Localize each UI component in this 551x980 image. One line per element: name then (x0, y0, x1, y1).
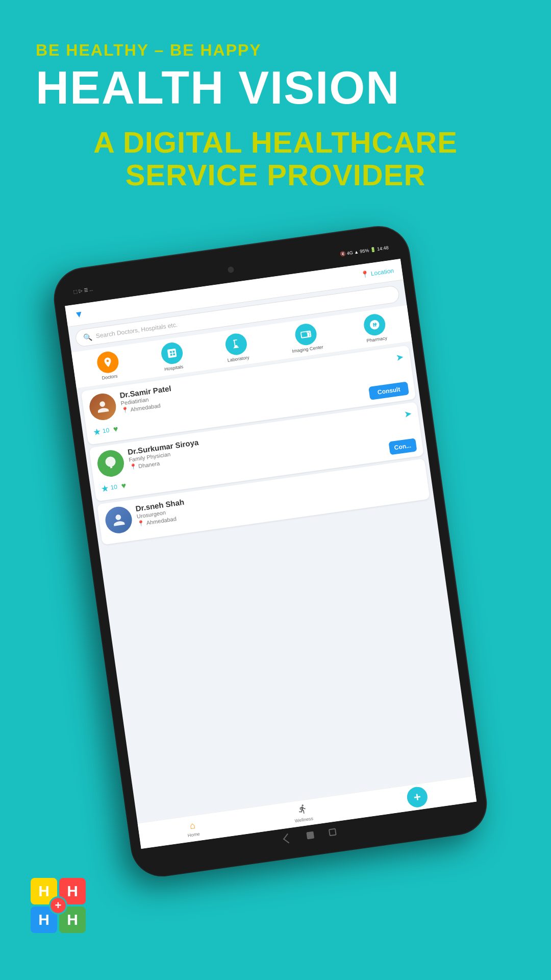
award-count-1: 10 (102, 427, 110, 435)
phone-outer: ⬚ ▷ ☰ ... 🔇 4G ▲ 95% 🔋 14:48 ▼ 📍 Locatio… (51, 223, 490, 879)
award-badge-1: 10 (92, 426, 110, 436)
doctor-stats-2: 10 ♥ (101, 481, 127, 494)
avatar-samir (88, 392, 118, 422)
imaging-icon (293, 323, 317, 347)
nav-add[interactable]: + (406, 786, 429, 808)
consult-btn-2[interactable]: Con... (388, 438, 417, 455)
filter-icon[interactable]: ▼ (73, 309, 84, 321)
category-doctors[interactable]: Doctors (95, 350, 120, 381)
subtitle: A DIGITAL HEALTHCARE SERVICE PROVIDER (36, 126, 515, 191)
home-label: Home (187, 831, 200, 838)
nav-arrow-2[interactable]: ➤ (404, 408, 413, 420)
home-button[interactable] (306, 831, 314, 840)
hospitals-icon (160, 341, 184, 365)
location-icon-2: 📍 (129, 463, 137, 471)
avatar-surkumar (96, 449, 126, 479)
imaging-label: Imaging Center (292, 345, 323, 354)
award-count-2: 10 (110, 483, 118, 492)
app-screen: ▼ 📍 Location 🔍 Search Doctors, Hospitals… (65, 259, 477, 849)
category-imaging[interactable]: Imaging Center (289, 322, 324, 354)
logo: H H H H + (31, 878, 97, 939)
location-icon-3: 📍 (137, 520, 145, 527)
lab-icon (224, 332, 248, 356)
wellness-icon (297, 803, 309, 817)
category-laboratory[interactable]: Laboratory (224, 332, 249, 363)
phone-mockup: ⬚ ▷ ☰ ... 🔇 4G ▲ 95% 🔋 14:48 ▼ 📍 Locatio… (51, 223, 490, 879)
phone-camera (228, 266, 235, 274)
pharmacy-label: Pharmacy (366, 335, 388, 344)
logo-container: H H H H + (31, 878, 97, 939)
doctors-icon (95, 350, 119, 374)
award-badge-2: 10 (101, 483, 118, 493)
category-hospitals[interactable]: Hospitals (160, 341, 185, 372)
consult-btn-1[interactable]: Consult (368, 381, 409, 400)
status-right: 🔇 4G ▲ 95% 🔋 14:48 (340, 245, 389, 257)
add-button[interactable]: + (406, 786, 429, 808)
back-button[interactable] (283, 834, 293, 844)
heart-icon-2[interactable]: ♥ (121, 481, 127, 491)
pharmacy-icon (363, 312, 387, 336)
search-icon: 🔍 (83, 333, 92, 342)
hospitals-label: Hospitals (164, 364, 184, 372)
logo-plus: + (49, 896, 67, 915)
home-icon: ⌂ (189, 820, 196, 831)
location-label: Location (370, 267, 394, 277)
status-left-icons: ⬚ ▷ ☰ ... (73, 286, 93, 294)
wellness-label: Wellness (294, 816, 313, 823)
search-placeholder: Search Doctors, Hospitals etc. (95, 321, 178, 339)
nav-arrow-1[interactable]: ➤ (395, 351, 405, 363)
category-pharmacy[interactable]: Pharmacy (363, 312, 388, 343)
location-pin-icon: 📍 (360, 270, 369, 279)
lab-label: Laboratory (227, 355, 249, 363)
heart-icon-1[interactable]: ♥ (113, 424, 119, 434)
status-icons: ⬚ ▷ ☰ ... (73, 286, 93, 294)
nav-wellness[interactable]: Wellness (293, 803, 314, 824)
avatar-sneh (104, 505, 134, 535)
tagline: BE HEALTHY – BE HAPPY (36, 41, 515, 60)
doctor-stats-1: 10 ♥ (92, 424, 119, 437)
recents-button[interactable] (329, 828, 337, 837)
location-area[interactable]: 📍 Location (360, 266, 394, 279)
nav-home[interactable]: ⌂ Home (186, 819, 200, 838)
header-section: BE HEALTHY – BE HAPPY HEALTH VISION A DI… (36, 41, 515, 191)
location-icon-1: 📍 (121, 406, 130, 414)
app-title: HEALTH VISION (36, 65, 515, 111)
doctors-label: Doctors (102, 373, 118, 380)
status-right-text: 🔇 4G ▲ 95% 🔋 14:48 (340, 245, 389, 257)
